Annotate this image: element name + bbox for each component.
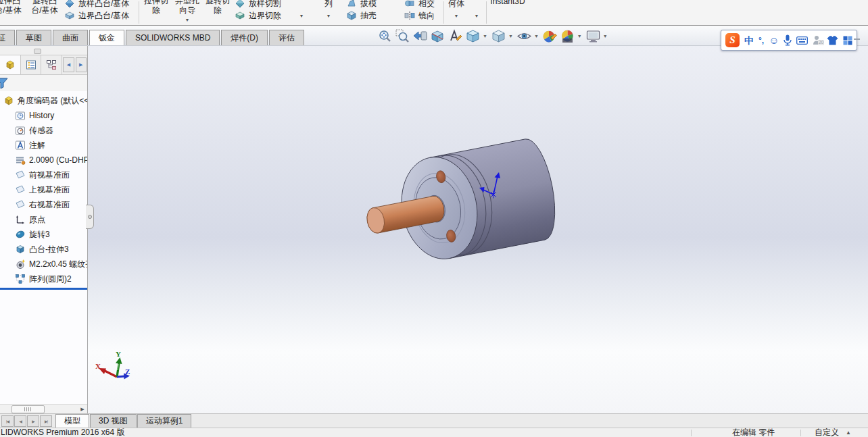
dropdown-arrow-icon[interactable]: ▼ (483, 34, 487, 38)
loft-cut-button[interactable]: 放样切割 (235, 0, 281, 9)
sogou-input-bar[interactable]: S 中 °, ☺ 20 (721, 30, 857, 51)
sogou-login-icon[interactable]: 20 (813, 35, 822, 45)
draft-button[interactable]: 拔模 (346, 0, 377, 9)
dropdown-arrow-icon[interactable]: ▼ (172, 18, 202, 22)
tab-weldments[interactable]: 焊件(D) (221, 30, 268, 45)
command-manager: 拉伸凸 台/基体 旋转凸 台/基体 放样凸台/基体 边界凸台/基体 拉伸切 除 … (0, 0, 868, 26)
tab-configuration-manager[interactable] (41, 55, 62, 74)
panel-horizontal-scrollbar[interactable]: ▶ (0, 404, 87, 413)
dropdown-arrow-icon[interactable]: ▼ (469, 14, 484, 18)
sogou-logo-icon[interactable]: S (725, 33, 740, 47)
sogou-skin-icon[interactable] (827, 36, 838, 45)
apply-scene-icon[interactable] (560, 28, 575, 44)
tab-sheet-metal[interactable]: 钣金 (89, 30, 124, 45)
boundary-boss-button[interactable]: 边界凸台/基体 (64, 10, 129, 21)
dropdown-arrow-icon[interactable]: ▼ (312, 14, 345, 18)
dropdown-arrow-icon[interactable]: ▼ (508, 34, 513, 38)
tree-item-history[interactable]: History (0, 108, 87, 123)
dropdown-arrow-icon[interactable]: ▼ (603, 34, 608, 38)
tab-evaluate[interactable]: 评估 (269, 30, 304, 45)
tab-property-manager[interactable] (21, 55, 42, 74)
shell-button[interactable]: 抽壳 (346, 10, 377, 21)
sogou-keyboard-icon[interactable] (796, 36, 808, 45)
view-orientation-icon[interactable] (465, 28, 481, 44)
annotations-icon (15, 140, 26, 151)
panel-splitter-grip[interactable] (34, 49, 41, 54)
tab-motion-study1[interactable]: 运动算例1 (137, 414, 192, 428)
tree-item-tapped-hole[interactable]: M2.2x0.45 螺纹孔 (0, 257, 87, 272)
tab-nav-next[interactable]: ▶ (27, 415, 39, 427)
sogou-voice-icon[interactable] (783, 34, 792, 46)
view-settings-icon[interactable] (585, 28, 601, 44)
graphics-viewport[interactable]: X Y Z (88, 46, 868, 413)
instant3d-button[interactable]: Instant3D (488, 0, 527, 25)
model-canvas[interactable]: X Y Z (88, 46, 868, 413)
tab-nav-last[interactable]: ▶| (40, 415, 52, 427)
hide-show-items-icon[interactable] (516, 28, 532, 44)
annotation-views-icon[interactable] (448, 28, 463, 44)
previous-view-icon[interactable] (412, 28, 428, 44)
panel-flyout-splitter[interactable] (86, 205, 94, 229)
dropdown-arrow-icon[interactable]: ▼ (534, 34, 539, 38)
tab-sketch[interactable]: 草图 (16, 30, 51, 45)
tree-item-top-plane[interactable]: 上视基准面 (0, 182, 87, 197)
sogou-toolbox-icon[interactable] (843, 36, 852, 45)
hole-wizard-button[interactable]: 异型孔 向导 ▼ (172, 0, 202, 25)
tab-nav-first[interactable]: |◀ (1, 415, 14, 427)
display-style-icon[interactable] (491, 28, 506, 44)
revolve-boss-button[interactable]: 旋转凸 台/基体 (27, 0, 62, 25)
tree-item-right-plane[interactable]: 右视基准面 (0, 197, 87, 212)
curves-button[interactable]: ▼ (469, 0, 484, 25)
sogou-emoji-icon[interactable]: ☺ (769, 36, 779, 45)
tree-item-sensors[interactable]: 传感器 (0, 123, 87, 138)
property-list-icon (26, 59, 37, 70)
tree-item-material[interactable]: 2.0090 (Cu-DHP) (0, 153, 87, 168)
tab-nav-prev[interactable]: ◀ (14, 415, 26, 427)
revolve-cut-button[interactable]: 旋转切 除 (203, 0, 233, 25)
tab-featuremanager-tree[interactable] (0, 55, 21, 74)
extrude-cut-button[interactable]: 拉伸切 除 (141, 0, 172, 25)
filter-funnel-icon[interactable] (0, 77, 8, 89)
mirror-button[interactable]: 镜向 (404, 10, 435, 21)
extrude-boss-button[interactable]: 拉伸凸 台/基体 (0, 0, 26, 25)
status-separator (800, 430, 801, 436)
status-expand-arrow[interactable]: ▲ (846, 429, 851, 436)
rollback-bar[interactable] (0, 288, 87, 290)
encoder-part[interactable] (358, 136, 562, 272)
tab-features[interactable]: 特征 (0, 30, 15, 45)
tab-3d-views[interactable]: 3D 视图 (90, 414, 137, 428)
loft-boss-button[interactable]: 放样凸台/基体 (64, 0, 129, 9)
triad-z-label: Z (125, 367, 130, 376)
tree-item-front-plane[interactable]: 前视基准面 (0, 168, 87, 182)
dropdown-arrow-icon[interactable]: ▼ (292, 14, 311, 18)
sogou-chinese-mode[interactable]: 中 (744, 36, 754, 45)
tab-model[interactable]: 模型 (55, 414, 89, 428)
dropdown-arrow-icon[interactable]: ▼ (445, 14, 468, 18)
tab-solidworks-mbd[interactable]: SOLIDWORKS MBD (126, 30, 220, 45)
section-view-icon[interactable] (430, 28, 445, 44)
tree-item-annotations[interactable]: 注解 (0, 138, 87, 153)
tab-surfaces[interactable]: 曲面 (53, 30, 88, 45)
reference-geometry-button[interactable]: 何体 ▼ (445, 0, 468, 25)
intersect-button[interactable]: 相交 (404, 0, 435, 9)
fillet-button[interactable]: ▼ (292, 0, 311, 25)
edit-appearance-icon[interactable] (542, 28, 558, 44)
tree-item-circular-pattern2[interactable]: 阵列(圆周)2 (0, 272, 87, 286)
scrollbar-right-arrow[interactable]: ▶ (78, 406, 87, 413)
zoom-to-fit-icon[interactable] (377, 28, 393, 44)
tree-item-revolve3[interactable]: 旋转3 (0, 227, 87, 242)
zoom-to-area-icon[interactable] (395, 28, 410, 44)
tree-item-root[interactable]: 角度编码器 (默认<<默 (0, 93, 87, 108)
sogou-minimize-handle[interactable] (854, 38, 860, 40)
tree-item-boss-extrude3[interactable]: 凸台-拉伸3 (0, 242, 87, 257)
boundary-cut-button[interactable]: 边界切除 (235, 10, 281, 21)
linear-pattern-button[interactable]: 列 ▼ (312, 0, 345, 25)
panel-tab-scroll-left[interactable]: ◀ (63, 57, 74, 72)
dropdown-arrow-icon[interactable]: ▼ (577, 34, 582, 38)
material-icon (15, 155, 26, 165)
panel-tab-scroll-right[interactable]: ▶ (76, 57, 87, 72)
tree-item-origin[interactable]: 原点 (0, 212, 87, 227)
customize-button[interactable]: 自定义 (815, 428, 839, 437)
scrollbar-thumb[interactable] (11, 405, 45, 413)
sogou-punctuation-mode[interactable]: °, (758, 36, 764, 45)
